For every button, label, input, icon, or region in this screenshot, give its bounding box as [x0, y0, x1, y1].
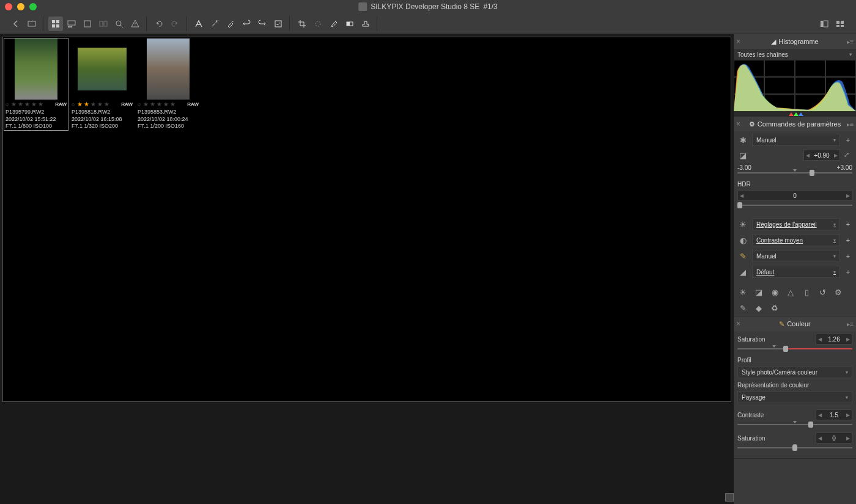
- panel-menu-icon[interactable]: ▸≡: [847, 121, 854, 128]
- decrease-button[interactable]: ◀: [818, 337, 822, 342]
- brush-icon[interactable]: [327, 16, 341, 31]
- increase-button[interactable]: ▶: [846, 193, 850, 199]
- color-mode-select[interactable]: Manuel▾: [752, 250, 840, 262]
- add-preset-button[interactable]: +: [844, 252, 852, 260]
- corner-indicator[interactable]: [725, 493, 734, 502]
- green-marker[interactable]: [794, 112, 799, 116]
- slider-knob[interactable]: [810, 170, 814, 176]
- thumbnail-image[interactable]: [136, 38, 200, 100]
- decrease-button[interactable]: ◀: [818, 436, 822, 441]
- exposure-slider[interactable]: [737, 172, 852, 173]
- checkmark-icon[interactable]: [271, 16, 286, 31]
- wand-icon[interactable]: [207, 16, 222, 31]
- star-icon[interactable]: ★: [31, 101, 37, 108]
- sharpness-select[interactable]: Défaut▾: [752, 266, 840, 278]
- red-marker[interactable]: [789, 112, 794, 116]
- saturation-value[interactable]: ◀ 1.26 ▶: [816, 334, 852, 345]
- brush-tab-icon[interactable]: ✎: [737, 302, 748, 313]
- thumbnail-card[interactable]: ○★★★★★RAWP1395853.RW22022/10/02 18:00:24…: [136, 38, 200, 130]
- add-preset-button[interactable]: +: [844, 236, 852, 244]
- repr-select[interactable]: Paysage▾: [737, 391, 852, 403]
- saturation2-slider[interactable]: [737, 447, 852, 448]
- decrease-button[interactable]: ◀: [818, 412, 822, 418]
- hdr-value[interactable]: ◀ 0 ▶: [737, 190, 852, 201]
- rotate-left-icon[interactable]: [239, 16, 254, 31]
- eyedropper-icon[interactable]: [223, 16, 238, 31]
- star-icon[interactable]: ★: [97, 101, 103, 108]
- star-icon[interactable]: ★: [18, 101, 23, 108]
- reset-tab-icon[interactable]: ↺: [817, 287, 828, 298]
- grid-view-icon[interactable]: [48, 16, 63, 31]
- thumbnail-card[interactable]: ○★★★★★RAWP1395818.RW22022/10/02 16:15:08…: [70, 38, 134, 130]
- increase-button[interactable]: ▶: [846, 436, 850, 441]
- redo-icon[interactable]: [168, 16, 182, 31]
- filmstrip-view-icon[interactable]: [64, 16, 79, 31]
- settings-tab-icon[interactable]: ⚙: [833, 287, 844, 298]
- sharpen-tab-icon[interactable]: △: [785, 287, 796, 298]
- channels-selector[interactable]: Toutes les chaînes ▾: [734, 49, 856, 60]
- mode-select[interactable]: Manuel▾: [752, 134, 840, 146]
- hdr-slider[interactable]: [737, 205, 852, 206]
- panel-menu-icon[interactable]: ▸≡: [847, 321, 854, 327]
- add-preset-button[interactable]: +: [844, 136, 852, 144]
- add-preset-button[interactable]: +: [844, 268, 852, 276]
- cycle-tab-icon[interactable]: ♻: [769, 302, 780, 313]
- single-view-icon[interactable]: [80, 16, 95, 31]
- close-window-button[interactable]: [5, 3, 12, 10]
- workspace-layout-icon[interactable]: [833, 16, 847, 31]
- close-icon[interactable]: ×: [736, 37, 740, 46]
- increase-button[interactable]: ▶: [846, 412, 850, 418]
- maximize-window-button[interactable]: [29, 3, 37, 10]
- curve-tab-icon[interactable]: ◪: [753, 287, 764, 298]
- undo-icon[interactable]: [152, 16, 166, 31]
- zoom-icon[interactable]: [112, 16, 127, 31]
- shapes-tab-icon[interactable]: ◆: [753, 302, 764, 313]
- profile-select[interactable]: Style photo/Caméra couleur▾: [737, 366, 852, 378]
- exposure-value[interactable]: ◀ +0.90 ▶: [803, 150, 840, 161]
- histogram-header[interactable]: × ◢ Histogramme ▸≡: [734, 34, 856, 49]
- histogram-markers[interactable]: [734, 111, 856, 116]
- saturation-slider[interactable]: [737, 348, 852, 349]
- compare-view-icon[interactable]: [96, 16, 111, 31]
- contrast-slider[interactable]: [737, 424, 852, 425]
- star-icon[interactable]: ★: [38, 101, 43, 108]
- close-icon[interactable]: ×: [736, 320, 740, 328]
- slider-knob[interactable]: [783, 346, 788, 352]
- star-icon[interactable]: ★: [11, 101, 17, 108]
- increase-button[interactable]: ▶: [846, 337, 850, 342]
- spot-removal-icon[interactable]: [311, 16, 325, 31]
- star-icon[interactable]: ★: [163, 101, 169, 108]
- increase-button[interactable]: ▶: [834, 153, 838, 158]
- blue-marker[interactable]: [799, 112, 803, 116]
- panel-layout-icon[interactable]: [817, 16, 832, 31]
- stamp-icon[interactable]: [358, 16, 373, 31]
- star-icon[interactable]: ★: [90, 101, 96, 108]
- contrast-value[interactable]: ◀ 1.5 ▶: [816, 409, 852, 420]
- color-header[interactable]: × ✎ Couleur ▸≡: [734, 316, 856, 331]
- expand-icon[interactable]: ⤢: [844, 151, 852, 159]
- warning-icon[interactable]: [128, 16, 142, 31]
- star-icon[interactable]: ★: [157, 101, 162, 108]
- decrease-button[interactable]: ◀: [740, 193, 743, 199]
- saturation2-value[interactable]: ◀ 0 ▶: [816, 433, 852, 444]
- close-icon[interactable]: ×: [736, 120, 740, 128]
- star-icon[interactable]: ★: [104, 101, 109, 108]
- gradient-icon[interactable]: [342, 16, 357, 31]
- slider-knob[interactable]: [808, 422, 813, 428]
- arrow-back-icon[interactable]: [9, 16, 23, 31]
- minimize-window-button[interactable]: [17, 3, 24, 10]
- star-icon[interactable]: ★: [24, 101, 30, 108]
- star-icon[interactable]: ★: [150, 101, 155, 108]
- rotate-right-icon[interactable]: [255, 16, 270, 31]
- lens-tab-icon[interactable]: ◉: [769, 287, 780, 298]
- star-icon[interactable]: ★: [143, 101, 149, 108]
- slider-knob[interactable]: [737, 202, 742, 208]
- exposure-tab-icon[interactable]: ☀: [737, 287, 748, 298]
- thumbnail-card[interactable]: ○★★★★★RAWP1395799.RW22022/10/02 15:51:22…: [4, 38, 68, 130]
- auto-exposure-icon[interactable]: [191, 16, 206, 31]
- parameters-header[interactable]: × ⚙ Commandes de paramètres ▸≡: [734, 117, 856, 131]
- thumbnail-image[interactable]: [4, 38, 68, 100]
- add-preset-button[interactable]: +: [844, 221, 852, 228]
- panel-menu-icon[interactable]: ▸≡: [847, 38, 854, 45]
- star-icon[interactable]: ★: [77, 101, 83, 108]
